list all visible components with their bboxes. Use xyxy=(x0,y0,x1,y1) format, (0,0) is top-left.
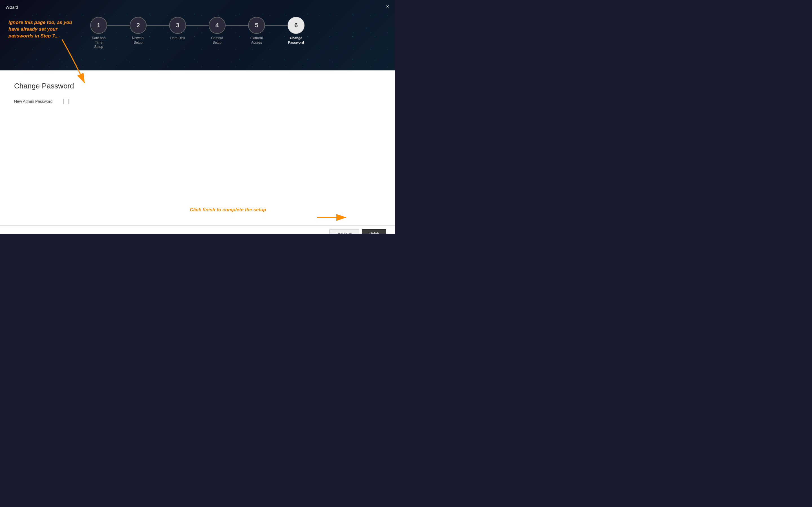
step-circle-1: 1 xyxy=(90,17,107,34)
page-title: Change Password xyxy=(14,82,380,91)
step-label-4: Camera Setup xyxy=(209,36,225,45)
connector-4-5 xyxy=(225,25,248,26)
step-circle-5: 5 xyxy=(248,17,265,34)
connector-2-3 xyxy=(147,25,169,26)
step-circle-4: 4 xyxy=(209,17,225,34)
step-item-6: 6 Change Password xyxy=(288,17,305,45)
step-item-5: 5 Platform Access xyxy=(248,17,265,45)
step-circle-2: 2 xyxy=(130,17,147,34)
step-label-6: Change Password xyxy=(288,36,305,45)
annotation-top: Ignore this page too, as you have alread… xyxy=(8,19,82,39)
close-button[interactable]: × xyxy=(386,4,389,9)
step-circle-6: 6 xyxy=(288,17,305,34)
step-label-1: Date and Time Setup xyxy=(90,36,107,49)
main-content: Change Password New Admin Password Previ… xyxy=(0,70,395,242)
annotation-bottom: Click finish to complete the setup xyxy=(190,207,266,213)
new-admin-password-checkbox[interactable] xyxy=(63,99,68,104)
step-item-3: 3 Hard Disk xyxy=(169,17,186,41)
step-label-5: Platform Access xyxy=(248,36,265,45)
step-label-2: Network Setup xyxy=(130,36,147,45)
step-item-4: 4 Camera Setup xyxy=(209,17,225,45)
form-row-admin-password: New Admin Password xyxy=(14,99,380,104)
step-item-2: 2 Network Setup xyxy=(130,17,147,45)
footer-bar xyxy=(0,234,395,242)
step-label-3: Hard Disk xyxy=(170,36,185,41)
steps-container: 1 Date and Time Setup 2 Network Setup 3 … xyxy=(90,17,305,49)
connector-1-2 xyxy=(107,25,130,26)
step-item-1: 1 Date and Time Setup xyxy=(90,17,107,49)
connector-5-6 xyxy=(265,25,288,26)
step-circle-3: 3 xyxy=(169,17,186,34)
new-admin-password-label: New Admin Password xyxy=(14,99,59,104)
connector-3-4 xyxy=(186,25,209,26)
window-title: Wizard xyxy=(6,5,18,10)
